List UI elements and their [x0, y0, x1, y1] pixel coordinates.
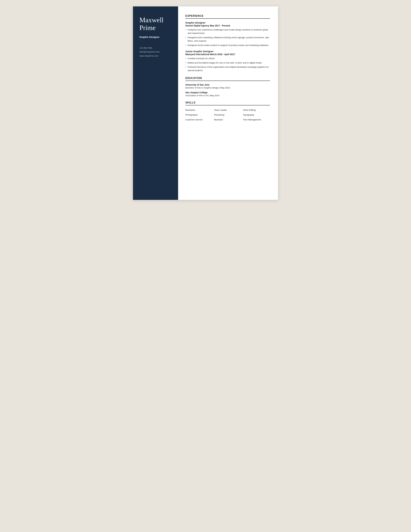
- skill-video-editing: Video Editing: [243, 108, 270, 112]
- experience-heading: EXPERIENCE: [185, 15, 270, 19]
- job-2-bullet-1: Created mockups for clients: [185, 57, 270, 60]
- job-2-bullets: Created mockups for clients Edited and f…: [185, 57, 270, 72]
- skills-grid: Illustration Team Leader Video Editing P…: [185, 108, 270, 122]
- skill-illustration: Illustration: [185, 108, 212, 112]
- skill-typography: Typography: [243, 113, 270, 117]
- job-2-company: Mainyard International March 2016 - Apri…: [185, 53, 270, 56]
- skill-photoshop: Photoshop: [214, 113, 241, 117]
- resume-container: Maxwell Prime Graphic Designer 123.456.7…: [133, 6, 278, 200]
- job-1-bullets: Analyzed user experience challenges and …: [185, 28, 270, 47]
- school-2-degree: Associates of Arts in Art | May 2014: [185, 94, 270, 97]
- education-section: EDUCATION University of San Jose Bachelo…: [185, 77, 270, 97]
- phone: 123.456.7890: [139, 46, 173, 50]
- job-2: Junior Graphic Designer Mainyard Interna…: [185, 50, 270, 72]
- school-2: San Joaquin College Associates of Arts i…: [185, 91, 270, 97]
- job-2-bullet-3: Followed directions of the organization …: [185, 66, 270, 72]
- job-1-bullet-3: Designed social media content to support…: [185, 44, 270, 47]
- school-1: University of San Jose Bachelor of Arts …: [185, 84, 270, 89]
- school-2-name: San Joaquin College: [185, 91, 270, 94]
- job-1-company: Gemini Digital Agency May 2017 - Present: [185, 24, 270, 27]
- skills-heading: SKILLS: [185, 101, 270, 105]
- job-1-bullet-2: Designed store marketing collateral incl…: [185, 36, 270, 43]
- sidebar: Maxwell Prime Graphic Designer 123.456.7…: [133, 6, 178, 200]
- job-1: Graphic Designer Gemini Digital Agency M…: [185, 21, 270, 47]
- school-1-degree: Bachelor of Arts in Graphic Design | May…: [185, 86, 270, 89]
- experience-section: EXPERIENCE Graphic Designer Gemini Digit…: [185, 15, 270, 72]
- job-1-bullet-1: Analyzed user experience challenges and …: [185, 28, 270, 35]
- job-1-title: Graphic Designer: [185, 21, 270, 24]
- candidate-title: Graphic Designer: [139, 36, 173, 38]
- contact-info: 123.456.7890 hello@maxprime.com www.maxp…: [139, 46, 173, 58]
- candidate-name: Maxwell Prime: [139, 16, 173, 32]
- skill-photography: Photography: [185, 113, 212, 117]
- skill-team-leader: Team Leader: [214, 108, 241, 112]
- skills-section: SKILLS Illustration Team Leader Video Ed…: [185, 101, 270, 122]
- skill-time-management: Time Management: [243, 118, 270, 122]
- skill-customer-service: Customer Service: [185, 118, 212, 122]
- education-heading: EDUCATION: [185, 77, 270, 81]
- job-2-bullet-2: Edited and formatted images for use on t…: [185, 61, 270, 65]
- website: www.maxprime.com: [139, 54, 173, 58]
- main-content: EXPERIENCE Graphic Designer Gemini Digit…: [178, 6, 278, 200]
- school-1-name: University of San Jose: [185, 84, 270, 86]
- job-2-title: Junior Graphic Designer: [185, 50, 270, 53]
- email: hello@maxprime.com: [139, 50, 173, 54]
- skill-illustrator: Illustrator: [214, 118, 241, 122]
